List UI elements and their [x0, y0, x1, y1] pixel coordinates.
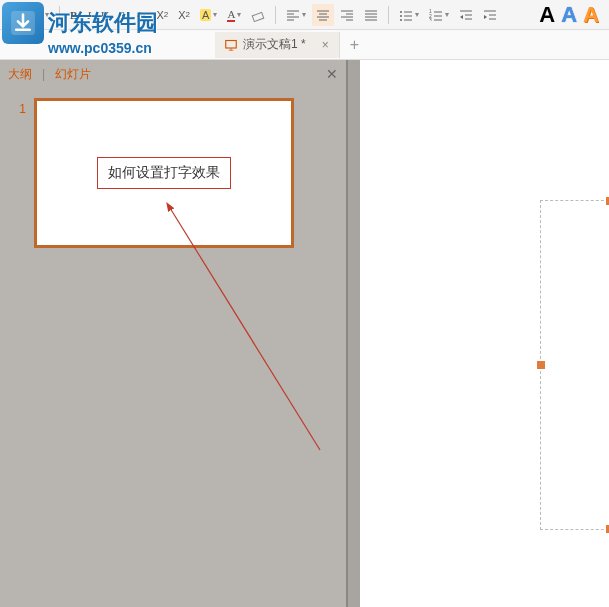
- workspace: 大纲 | 幻灯片 ✕ 1 如何设置打字效果: [0, 60, 609, 607]
- separator: [275, 6, 276, 24]
- font-a-button[interactable]: A▾: [131, 4, 150, 26]
- underline-button[interactable]: U: [97, 4, 113, 26]
- subscript-button[interactable]: X2: [174, 4, 194, 26]
- align-justify-icon: [364, 9, 378, 21]
- slides-tab[interactable]: 幻灯片: [55, 66, 91, 83]
- slide-thumbnail-1[interactable]: 如何设置打字效果: [34, 98, 294, 248]
- dropdown-icon: ▾: [45, 10, 49, 19]
- slide-panel: 大纲 | 幻灯片 ✕ 1 如何设置打字效果: [0, 60, 348, 607]
- resize-handle-left[interactable]: [537, 361, 545, 369]
- increase-indent-button[interactable]: [479, 4, 501, 26]
- slide-thumbnails: 1 如何设置打字效果: [0, 88, 346, 607]
- font-sample-1[interactable]: A: [539, 2, 555, 28]
- selected-textbox[interactable]: [540, 200, 609, 530]
- align-center-icon: [316, 9, 330, 21]
- svg-marker-34: [484, 15, 487, 19]
- document-tab-title: 演示文稿1 *: [243, 36, 306, 53]
- document-tab[interactable]: 演示文稿1 * ×: [215, 32, 340, 58]
- bold-button[interactable]: B: [66, 4, 81, 26]
- document-tab-bar: 演示文稿1 * × +: [0, 30, 609, 60]
- close-tab-button[interactable]: ×: [322, 38, 329, 52]
- decrease-indent-icon: [459, 9, 473, 21]
- svg-point-21: [400, 19, 402, 21]
- italic-button[interactable]: I: [83, 4, 95, 26]
- align-left-icon: [286, 9, 300, 21]
- align-center-button[interactable]: [312, 4, 334, 26]
- dropdown-icon: ▾: [213, 10, 217, 19]
- slide-canvas[interactable]: [360, 60, 609, 607]
- dropdown-icon: ▾: [415, 10, 419, 19]
- presentation-icon: [225, 39, 237, 51]
- superscript-button[interactable]: X2: [152, 4, 172, 26]
- decrease-indent-button[interactable]: [455, 4, 477, 26]
- align-right-icon: [340, 9, 354, 21]
- number-list-button[interactable]: 123 ▾: [425, 4, 453, 26]
- close-panel-button[interactable]: ✕: [326, 66, 338, 82]
- separator: [59, 6, 60, 24]
- bullet-list-icon: [399, 9, 413, 21]
- font-sample-2[interactable]: A: [561, 2, 577, 28]
- slide-canvas-area[interactable]: [348, 60, 609, 607]
- svg-marker-30: [460, 15, 463, 19]
- font-style-samples: A A A: [539, 2, 603, 28]
- svg-point-19: [400, 15, 402, 17]
- highlight-button[interactable]: A▾: [196, 4, 221, 26]
- dropdown-icon: ▾: [445, 10, 449, 19]
- dropdown-icon: A▾: [137, 10, 146, 19]
- align-right-button[interactable]: [336, 4, 358, 26]
- increase-indent-icon: [483, 9, 497, 21]
- textframe-button[interactable]: 文本框 ▾: [6, 4, 53, 26]
- svg-text:3: 3: [429, 17, 432, 21]
- svg-rect-37: [226, 40, 237, 48]
- textframe-label: 文本框: [10, 7, 43, 22]
- thumbnail-textbox: 如何设置打字效果: [97, 157, 231, 189]
- bullet-list-button[interactable]: ▾: [395, 4, 423, 26]
- svg-point-17: [400, 11, 402, 13]
- separator: [388, 6, 389, 24]
- formatting-toolbar: 文本框 ▾ B I U S A▾ X2 X2 A▾ A▾ ▾ ▾ 123 ▾ A…: [0, 0, 609, 30]
- slide-number: 1: [16, 102, 26, 248]
- add-tab-button[interactable]: +: [340, 36, 369, 54]
- align-justify-button[interactable]: [360, 4, 382, 26]
- eraser-icon: [251, 8, 265, 22]
- strikethrough-button[interactable]: S: [115, 4, 129, 26]
- font-sample-3[interactable]: A: [583, 2, 599, 28]
- tab-separator: |: [42, 67, 45, 81]
- dropdown-icon: ▾: [237, 10, 241, 19]
- clear-format-button[interactable]: [247, 4, 269, 26]
- thumbnail-row: 1 如何设置打字效果: [16, 98, 330, 248]
- number-list-icon: 123: [429, 9, 443, 21]
- outline-tab[interactable]: 大纲: [8, 66, 32, 83]
- font-color-button[interactable]: A▾: [223, 4, 245, 26]
- dropdown-icon: ▾: [302, 10, 306, 19]
- svg-rect-0: [253, 12, 264, 21]
- align-left-button[interactable]: ▾: [282, 4, 310, 26]
- panel-tabs: 大纲 | 幻灯片 ✕: [0, 60, 346, 88]
